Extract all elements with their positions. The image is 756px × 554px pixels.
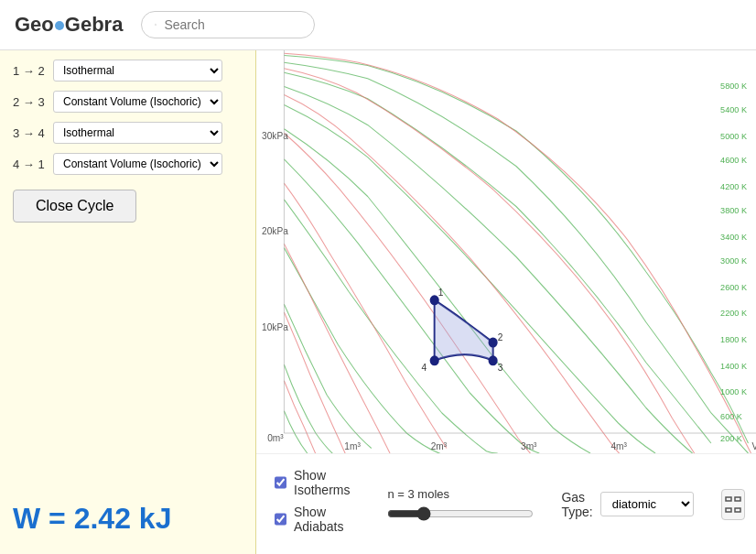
temp-3000: 3000 K: [720, 255, 748, 266]
show-isotherms-label: Show Isotherms: [294, 468, 360, 497]
close-cycle-button[interactable]: Close Cycle: [13, 190, 136, 223]
graph-area: 30kPa 20kPa 10kPa 0m³ 1m³ 2m³ 3m³ 4m³ 58…: [256, 50, 756, 453]
temp-600: 600 K: [720, 410, 742, 420]
step-select-4[interactable]: Isothermal Constant Volume (Isochoric) I…: [53, 153, 222, 175]
temp-4600: 4600 K: [720, 155, 748, 165]
search-icon: [155, 18, 157, 31]
svg-rect-2: [256, 50, 756, 453]
temp-1400: 1400 K: [720, 360, 748, 370]
moles-section: n = 3 moles: [387, 487, 534, 521]
step-label-2: 2 → 3: [13, 95, 46, 109]
show-adiabats-label: Show Adiabats: [294, 505, 360, 534]
temp-5400: 5400 K: [720, 104, 748, 114]
step-row-1: 1 → 2 Isothermal Constant Volume (Isocho…: [13, 60, 243, 81]
main: 1 → 2 Isothermal Constant Volume (Isocho…: [0, 50, 756, 554]
step-row-3: 3 → 4 Isothermal Constant Volume (Isocho…: [13, 122, 243, 144]
x-label-1: 1m³: [344, 440, 361, 451]
step-row-2: 2 → 3 Isothermal Constant Volume (Isocho…: [13, 91, 243, 113]
temp-2600: 2600 K: [720, 281, 748, 291]
step-select-1[interactable]: Isothermal Constant Volume (Isochoric) I…: [53, 60, 222, 81]
temp-1800: 1800 K: [720, 334, 748, 344]
temp-1000: 1000 K: [720, 386, 748, 396]
step-label-3: 3 → 4: [13, 126, 46, 140]
fullscreen-button[interactable]: [721, 489, 745, 520]
left-panel: 1 → 2 Isothermal Constant Volume (Isocho…: [0, 50, 256, 554]
gas-section: Gas Type: monatomic diatomic: [561, 490, 693, 519]
logo-circle: [55, 21, 64, 30]
bottom-controls: Show Isotherms Show Adiabats n = 3 moles…: [256, 453, 756, 554]
y-label-0: 0m³: [267, 431, 284, 442]
show-isotherms-checkbox[interactable]: [275, 475, 286, 490]
logo: GeoGebra: [15, 13, 123, 37]
temp-4200: 4200 K: [720, 180, 748, 190]
svg-rect-8: [735, 497, 740, 501]
gas-type-select[interactable]: monatomic diatomic: [600, 492, 694, 516]
temp-5000: 5000 K: [720, 130, 748, 140]
point-label-1: 1: [438, 287, 444, 298]
svg-rect-9: [726, 508, 731, 512]
point-3[interactable]: [489, 355, 498, 365]
moles-label: n = 3 moles: [387, 487, 449, 501]
step-label-1: 1 → 2: [13, 64, 46, 78]
checkboxes: Show Isotherms Show Adiabats: [275, 468, 360, 541]
step-select-2[interactable]: Isothermal Constant Volume (Isochoric) I…: [53, 91, 222, 113]
search-box[interactable]: [141, 11, 315, 38]
fullscreen-icon: [725, 496, 741, 513]
x-label-2: 2m³: [431, 440, 448, 451]
temp-2200: 2200 K: [720, 308, 748, 318]
search-input[interactable]: [164, 17, 301, 32]
moles-slider[interactable]: [387, 506, 534, 521]
isotherms-row: Show Isotherms: [275, 468, 360, 497]
work-display: W = 2.42 kJ: [13, 493, 243, 545]
temp-3400: 3400 K: [720, 231, 748, 241]
step-row-4: 4 → 1 Isothermal Constant Volume (Isocho…: [13, 153, 243, 175]
temp-5800: 5800 K: [720, 80, 748, 90]
show-adiabats-checkbox[interactable]: [275, 512, 286, 527]
step-select-3[interactable]: Isothermal Constant Volume (Isochoric) I…: [53, 122, 222, 144]
gas-type-label: Gas Type:: [561, 490, 592, 519]
v-label: V: [752, 440, 756, 451]
temp-200: 200 K: [720, 432, 742, 442]
svg-point-0: [156, 24, 157, 25]
right-panel: 30kPa 20kPa 10kPa 0m³ 1m³ 2m³ 3m³ 4m³ 58…: [256, 50, 756, 554]
point-label-2: 2: [498, 331, 503, 342]
point-label-4: 4: [422, 361, 427, 372]
point-4[interactable]: [430, 355, 439, 365]
header: GeoGebra: [0, 0, 756, 50]
adiabats-row: Show Adiabats: [275, 505, 360, 534]
x-label-3: 3m³: [521, 440, 537, 451]
point-label-3: 3: [498, 361, 503, 372]
temp-3800: 3800 K: [720, 205, 748, 215]
step-label-4: 4 → 1: [13, 158, 46, 171]
graph-svg: 30kPa 20kPa 10kPa 0m³ 1m³ 2m³ 3m³ 4m³ 58…: [256, 50, 756, 453]
svg-rect-7: [726, 497, 731, 501]
point-2[interactable]: [489, 338, 498, 348]
svg-rect-10: [735, 508, 740, 512]
x-label-4: 4m³: [610, 440, 627, 451]
